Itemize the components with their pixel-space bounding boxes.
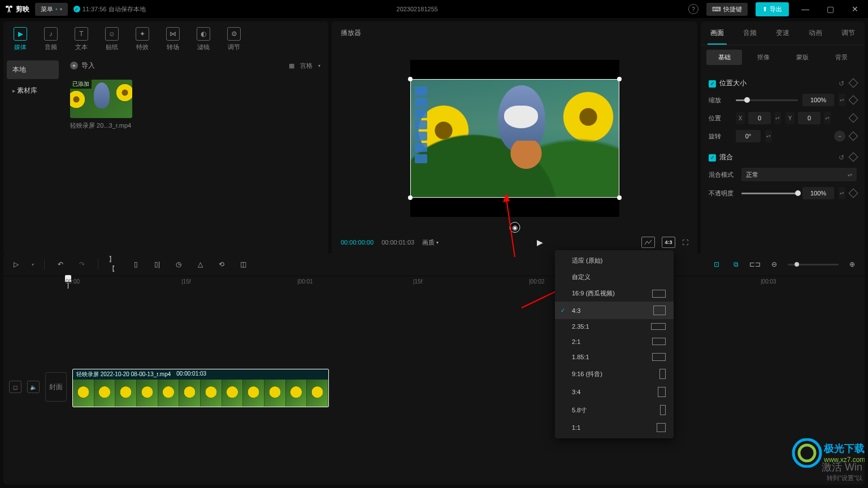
viewmode-toggle[interactable]: ▦ 宫格 ▾ bbox=[289, 62, 320, 70]
keyframe-icon[interactable] bbox=[849, 152, 858, 162]
scale-value[interactable]: 100% bbox=[802, 94, 834, 106]
r-tab-1[interactable]: 音频 bbox=[734, 21, 766, 45]
ratio-option[interactable]: 1:1 bbox=[555, 419, 674, 436]
top-tab-4[interactable]: ✦特效 bbox=[136, 27, 149, 51]
x-value[interactable]: 0 bbox=[748, 112, 771, 124]
keyframe-icon[interactable] bbox=[849, 95, 858, 105]
mirror-tool[interactable]: △ bbox=[194, 259, 206, 270]
video-clip[interactable]: 轻映录屏 2022-10-20 08-00-13_r.mp400:00:01:0… bbox=[72, 369, 329, 407]
mix-mode-select[interactable]: 正常▴▾ bbox=[741, 168, 857, 181]
ratio-shape-icon bbox=[653, 306, 666, 315]
r-tab-0[interactable]: 画面 bbox=[701, 21, 734, 45]
pointer-tool[interactable]: ▷ bbox=[10, 259, 21, 270]
ratio-option[interactable]: 9:16 (抖音) bbox=[555, 365, 674, 383]
close-button[interactable]: ✕ bbox=[847, 5, 863, 14]
speed-tool[interactable]: ◷ bbox=[173, 259, 184, 270]
top-tab-0[interactable]: ▶媒体 bbox=[14, 27, 27, 51]
r-subtab-3[interactable]: 背景 bbox=[823, 50, 859, 65]
top-tab-2[interactable]: T文本 bbox=[75, 27, 88, 51]
stepper[interactable]: ▴▾ bbox=[839, 94, 845, 106]
reset-icon[interactable]: ↺ bbox=[839, 80, 844, 88]
minimize-button[interactable]: — bbox=[797, 5, 814, 14]
zoom-slider[interactable] bbox=[788, 264, 839, 265]
top-tab-1[interactable]: ♪音频 bbox=[44, 27, 58, 51]
total-time: 00:00:01:03 bbox=[381, 239, 414, 246]
svg-point-6 bbox=[793, 439, 821, 467]
keyframe-icon[interactable] bbox=[849, 78, 858, 88]
top-tab-5[interactable]: ⋈转场 bbox=[166, 27, 180, 51]
export-button[interactable]: ⬆ 导出 bbox=[756, 2, 789, 16]
x-label: X bbox=[736, 112, 745, 124]
resize-handle[interactable] bbox=[617, 77, 622, 81]
ratio-option[interactable]: 自定义 bbox=[555, 269, 674, 285]
ratio-button[interactable]: 4:3 bbox=[662, 237, 675, 248]
y-value[interactable]: 0 bbox=[798, 112, 821, 124]
redo-button[interactable]: ↷ bbox=[76, 259, 88, 270]
ratio-option[interactable]: ✓4:3 bbox=[555, 302, 674, 319]
pos-size-heading: ✓位置大小 bbox=[709, 79, 747, 88]
ratio-option[interactable]: 2:1 bbox=[555, 334, 674, 349]
video-canvas[interactable]: ◉ bbox=[410, 60, 619, 217]
play-button[interactable]: ▶ bbox=[537, 238, 543, 247]
snap-icon[interactable]: ⊡ bbox=[711, 259, 722, 270]
time-ruler[interactable]: 00:00|15f|00:01|15f|00:02|00:03 bbox=[66, 276, 865, 289]
rotate-value[interactable]: 0° bbox=[736, 130, 761, 142]
r-subtab-1[interactable]: 抠像 bbox=[745, 50, 781, 65]
rotate-handle[interactable]: ◉ bbox=[509, 222, 520, 233]
ratio-option[interactable]: 16:9 (西瓜视频) bbox=[555, 285, 674, 302]
stepper[interactable]: ▴▾ bbox=[824, 112, 831, 124]
maximize-button[interactable]: ▢ bbox=[822, 5, 839, 14]
track-mute-icon[interactable]: 🔈 bbox=[27, 381, 40, 393]
menu-button[interactable]: 菜单 ● ▾ bbox=[35, 3, 68, 16]
opacity-value[interactable]: 100% bbox=[802, 187, 834, 199]
resize-handle[interactable] bbox=[408, 77, 413, 81]
flip-button[interactable]: − bbox=[834, 130, 845, 142]
ratio-option[interactable]: 3:4 bbox=[555, 383, 674, 401]
svg-point-7 bbox=[799, 445, 815, 461]
opacity-slider[interactable] bbox=[741, 193, 798, 194]
reset-icon[interactable]: ↺ bbox=[839, 154, 844, 162]
r-tab-3[interactable]: 动画 bbox=[799, 21, 832, 45]
compare-icon[interactable] bbox=[641, 237, 655, 248]
undo-button[interactable]: ↶ bbox=[55, 259, 66, 270]
stepper[interactable]: ▴▾ bbox=[765, 130, 772, 142]
ratio-option[interactable]: 1.85:1 bbox=[555, 349, 674, 365]
r-tab-2[interactable]: 变速 bbox=[766, 21, 799, 45]
keyframe-icon[interactable] bbox=[849, 189, 858, 198]
cover-button[interactable]: 封面 bbox=[45, 372, 67, 402]
top-tab-7[interactable]: ⚙调节 bbox=[227, 27, 241, 51]
sidebar-library[interactable]: 素材库 bbox=[7, 81, 59, 100]
shortcuts-button[interactable]: ⌨ 快捷键 bbox=[706, 3, 748, 16]
delete-left-tool[interactable]: ▯ bbox=[130, 259, 141, 270]
stepper[interactable]: ▴▾ bbox=[839, 187, 845, 199]
resize-handle[interactable] bbox=[408, 195, 413, 200]
top-tab-6[interactable]: ◐滤镜 bbox=[197, 27, 210, 51]
split-tool[interactable]: 】【 bbox=[108, 259, 120, 270]
resize-handle[interactable] bbox=[617, 195, 622, 200]
r-tab-4[interactable]: 调节 bbox=[832, 21, 865, 45]
fullscreen-icon[interactable]: ⛶ bbox=[682, 239, 688, 246]
rotate-tool[interactable]: ⟲ bbox=[216, 259, 227, 270]
crop-tool[interactable]: ◫ bbox=[237, 259, 249, 270]
help-icon[interactable]: ? bbox=[688, 4, 698, 14]
link-icon[interactable]: ⧉ bbox=[730, 259, 741, 270]
quality-select[interactable]: 画质▾ bbox=[422, 238, 439, 247]
ratio-option[interactable]: 适应 (原始) bbox=[555, 252, 674, 269]
scale-slider[interactable] bbox=[736, 99, 798, 101]
delete-right-tool[interactable]: ▯| bbox=[151, 259, 163, 270]
keyframe-icon[interactable] bbox=[849, 132, 858, 141]
keyframe-icon[interactable] bbox=[849, 114, 858, 123]
media-thumb[interactable]: 已添加 轻映录屏 20...3_r.mp4 bbox=[70, 80, 132, 130]
sidebar-local[interactable]: 本地 bbox=[7, 60, 59, 79]
zoom-fit[interactable]: ⊕ bbox=[847, 259, 858, 270]
top-tab-3[interactable]: ☺贴纸 bbox=[105, 27, 119, 51]
zoom-out[interactable]: ⊖ bbox=[769, 259, 780, 270]
r-subtab-2[interactable]: 蒙版 bbox=[784, 50, 820, 65]
r-subtab-0[interactable]: 基础 bbox=[706, 50, 742, 65]
import-button[interactable]: + 导入 bbox=[70, 61, 95, 71]
preview-icon[interactable]: ⊏⊐ bbox=[749, 259, 761, 270]
ratio-option[interactable]: 2.35:1 bbox=[555, 319, 674, 334]
ratio-option[interactable]: 5.8寸 bbox=[555, 401, 674, 419]
stepper[interactable]: ▴▾ bbox=[774, 112, 781, 124]
track-lock-icon[interactable]: ◻ bbox=[9, 381, 21, 393]
